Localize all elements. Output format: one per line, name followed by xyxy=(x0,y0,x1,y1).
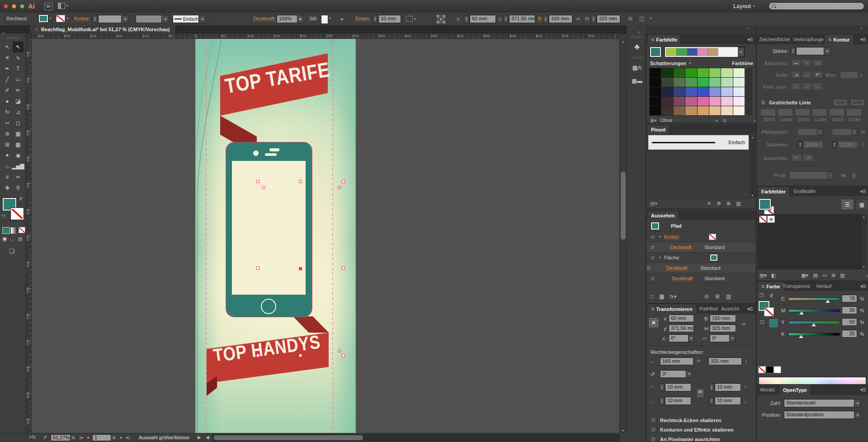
kontur-menu-icon[interactable]: ▾☰ xyxy=(860,37,866,42)
stroke-style-field[interactable]: Einfach xyxy=(173,15,199,23)
object-opacity-link[interactable]: Deckkraft: xyxy=(671,276,694,282)
none-mode-button[interactable] xyxy=(19,227,25,233)
arrowhead-end-field[interactable] xyxy=(832,128,852,136)
tx-field[interactable]: 60 mm xyxy=(669,315,694,322)
variation-swatch[interactable] xyxy=(733,97,745,106)
stroke-dropdown-arrow[interactable]: ▾ xyxy=(67,17,69,20)
tool-button[interactable]: ⚲ xyxy=(13,183,24,193)
corner-tl-stepper[interactable]: ▲▼ xyxy=(659,383,665,391)
tab-farbe[interactable]: ⇅ Farbe xyxy=(757,281,784,291)
variation-swatch[interactable] xyxy=(685,97,697,106)
last-artboard-icon[interactable]: ▸| xyxy=(127,435,130,440)
tool-button[interactable]: ● xyxy=(2,96,13,107)
appearance-row-object-opacity[interactable]: ⊙ Deckkraft: Standard xyxy=(646,273,757,284)
variation-swatch[interactable] xyxy=(733,106,745,115)
variation-swatch[interactable] xyxy=(709,68,721,77)
tb-field[interactable]: 160 mm xyxy=(710,315,736,322)
zoom-level-dropdown[interactable]: ▼ xyxy=(71,434,76,441)
cap-butt-button[interactable]: ▬ xyxy=(791,59,801,66)
tool-button[interactable]: ▂▅▇ xyxy=(13,161,24,172)
toolbar-stroke-swatch[interactable] xyxy=(11,208,24,220)
limit-color-group-icon[interactable]: ▦▾ xyxy=(650,118,656,123)
recolor-icon[interactable]: ◕ xyxy=(715,118,718,123)
swatch-scrollbar[interactable]: ▲ ▼ xyxy=(861,214,867,269)
align-stroke-buttons[interactable]: ∟ ∟ ∟ xyxy=(791,83,823,90)
draw-normal-icon[interactable]: ▣ xyxy=(2,236,7,242)
quick-none-swatch[interactable] xyxy=(758,366,766,373)
variation-swatch[interactable] xyxy=(733,87,745,96)
variations-scrollbar[interactable] xyxy=(746,68,752,116)
scale-end-stepper[interactable]: ▲▼ xyxy=(832,141,837,148)
tool-button[interactable]: ⊿ xyxy=(13,107,24,118)
zoom-window-button[interactable] xyxy=(20,4,24,9)
h-scroll-left-arrow[interactable]: ▶ xyxy=(198,435,201,440)
brush-item-basic[interactable]: Einfach xyxy=(648,135,749,150)
tool-button[interactable]: ⊞ xyxy=(2,139,13,150)
vertical-scrollbar[interactable]: ▲ ▼ xyxy=(619,39,627,433)
appearance-row-fill[interactable]: ⊙ ▾ Fläche: xyxy=(646,253,757,263)
collapse-toolbar-icon[interactable]: « xyxy=(2,31,5,35)
harmony-swatch[interactable] xyxy=(708,48,718,56)
quick-white-swatch[interactable] xyxy=(774,366,781,373)
toolbar-grip[interactable] xyxy=(7,37,19,39)
x-stepper[interactable]: ▲▼ xyxy=(464,15,469,23)
fill-attr-swatch[interactable] xyxy=(710,254,717,261)
join-miter-button[interactable]: ◢ xyxy=(791,71,801,78)
zahl-dropdown-arrow[interactable]: ▼ xyxy=(854,399,861,407)
variation-swatch[interactable] xyxy=(685,106,697,115)
icon-strip-grip-2[interactable] xyxy=(632,57,642,59)
variation-swatch[interactable] xyxy=(650,97,661,106)
gradient-mode-button[interactable] xyxy=(10,227,18,234)
default-fill-stroke-icon[interactable]: ❐ xyxy=(1,214,5,219)
grid-view-button[interactable]: ▦ xyxy=(855,199,868,210)
save-color-group-icon[interactable]: ⊞ xyxy=(722,118,726,123)
channel-value-field[interactable]: 26 xyxy=(842,306,857,314)
collapse-column-icon[interactable]: » xyxy=(746,26,749,31)
tool-button[interactable]: ✦ xyxy=(2,150,13,161)
quick-black-swatch[interactable] xyxy=(766,366,774,373)
rect-constrain-icon[interactable]: 8 xyxy=(696,360,701,362)
staerke-stepper[interactable]: ▲▼ xyxy=(790,47,796,55)
rect-height-field[interactable]: 325 mm xyxy=(708,357,742,365)
arrowhead-start-field[interactable] xyxy=(797,128,817,136)
shear-dropdown[interactable]: ▼ xyxy=(730,334,736,342)
channel-handle[interactable] xyxy=(799,335,803,338)
harmony-swatch[interactable] xyxy=(666,48,676,56)
selection-handle[interactable] xyxy=(299,180,302,183)
variation-swatch[interactable] xyxy=(650,106,661,115)
profile-field[interactable] xyxy=(789,171,827,179)
tab-farbfelder[interactable]: Farbfelder xyxy=(757,186,790,196)
swap-fill-stroke-icon[interactable]: ⇄ xyxy=(18,196,24,201)
new-fill-icon[interactable]: ▩ xyxy=(659,293,664,300)
close-window-button[interactable] xyxy=(4,4,8,9)
artboard-number-dropdown[interactable]: ▼ xyxy=(111,434,117,441)
variation-swatch[interactable] xyxy=(674,78,685,87)
y-link[interactable]: y: xyxy=(499,16,503,22)
variation-swatch[interactable] xyxy=(650,78,661,87)
stroke-weight-stepper[interactable]: ▲▼ xyxy=(92,15,98,23)
visibility-eye-icon-fill[interactable]: ⊙ xyxy=(651,255,654,260)
variation-swatch[interactable] xyxy=(721,87,732,96)
collapse-panels-icon[interactable]: « xyxy=(638,30,640,34)
style-dropdown-arrow[interactable]: ▾ xyxy=(329,17,331,20)
bridge-button[interactable]: Br xyxy=(44,3,53,10)
channel-handle[interactable] xyxy=(826,300,830,303)
live-corner-widget[interactable] xyxy=(262,349,265,353)
tool-button[interactable]: ◪ xyxy=(13,96,24,107)
stroke-weight-link[interactable]: Kontur: xyxy=(74,16,90,22)
channel-track[interactable] xyxy=(788,297,840,301)
corner-tl-field[interactable]: 10 mm xyxy=(665,383,691,391)
horizontal-scrollbar[interactable] xyxy=(212,434,619,441)
scale-link-icon[interactable]: ☉ xyxy=(861,142,866,148)
corner-br-icon[interactable]: ◞ xyxy=(744,398,746,404)
height-link[interactable]: H: xyxy=(585,16,590,22)
join-bevel-button[interactable]: ◤ xyxy=(813,71,823,78)
horizontal-scroll-thumb[interactable] xyxy=(214,435,363,440)
more-options-arrow[interactable]: ▾ xyxy=(650,17,652,20)
status-text[interactable]: Auswahl größer/kleiner xyxy=(139,435,190,440)
corner-br-field[interactable]: 10 mm xyxy=(715,397,741,405)
canvas[interactable]: TOP TARIFE TOP HANDYS xyxy=(32,39,619,433)
base-color-swatch[interactable] xyxy=(650,47,661,57)
position-dropdown[interactable]: Standardposition xyxy=(784,411,854,419)
variation-swatch[interactable] xyxy=(661,78,673,87)
